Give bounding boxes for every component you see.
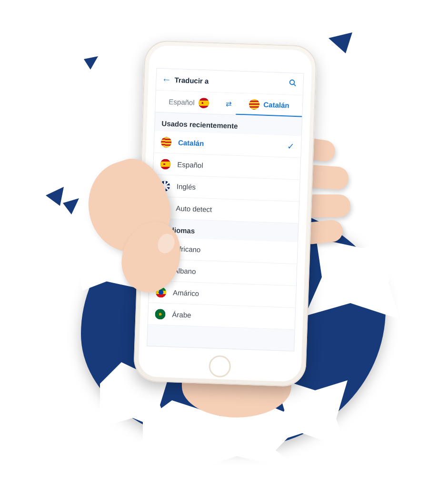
language-label: Amárico xyxy=(173,288,289,301)
torn-paper xyxy=(143,400,305,472)
svg-marker-0 xyxy=(68,38,85,55)
svg-marker-1 xyxy=(84,56,98,70)
language-list: AfricanoAlbanoAmáricoÁrabe xyxy=(148,237,298,330)
source-language-label: Español xyxy=(169,98,195,107)
svg-marker-2 xyxy=(329,32,352,53)
flag-icon xyxy=(160,159,171,170)
flag-icon xyxy=(161,137,172,148)
language-label: Español xyxy=(177,160,293,173)
flag-icon xyxy=(198,97,209,108)
search-icon[interactable] xyxy=(287,78,299,90)
language-label: Árabe xyxy=(172,310,288,323)
flag-icon xyxy=(249,99,260,110)
auto-detect-icon: AUTO xyxy=(159,203,169,214)
app-screen: ← Traducir a Español ⇄ Catalán xyxy=(147,68,304,351)
target-language-label: Catalán xyxy=(263,101,289,110)
flag-icon xyxy=(155,308,166,319)
page-title: Traducir a xyxy=(171,76,287,88)
language-label: Catalán xyxy=(178,138,280,150)
torn-paper xyxy=(305,238,400,319)
language-row[interactable]: Árabe xyxy=(148,303,295,330)
flag-icon xyxy=(157,243,168,254)
flag-icon xyxy=(156,265,167,276)
torn-paper xyxy=(267,377,348,449)
swap-icon[interactable]: ⇄ xyxy=(222,99,237,108)
back-icon[interactable]: ← xyxy=(161,74,172,85)
svg-marker-3 xyxy=(46,187,64,206)
language-label: Africano xyxy=(174,244,290,257)
flag-icon xyxy=(159,181,170,192)
check-icon: ✓ xyxy=(287,141,295,152)
recent-list: Catalán✓EspañolInglésAUTOAuto detect xyxy=(152,131,301,224)
language-label: Albano xyxy=(173,266,289,279)
svg-line-6 xyxy=(294,84,296,86)
source-language[interactable]: Español xyxy=(155,91,222,114)
flag-icon xyxy=(156,287,167,298)
language-label: Inglés xyxy=(177,182,293,194)
phone-mockup: ← Traducir a Español ⇄ Catalán xyxy=(133,40,318,387)
svg-marker-4 xyxy=(63,198,79,214)
language-label: Auto detect xyxy=(176,204,292,216)
target-language[interactable]: Catalán xyxy=(236,93,302,117)
